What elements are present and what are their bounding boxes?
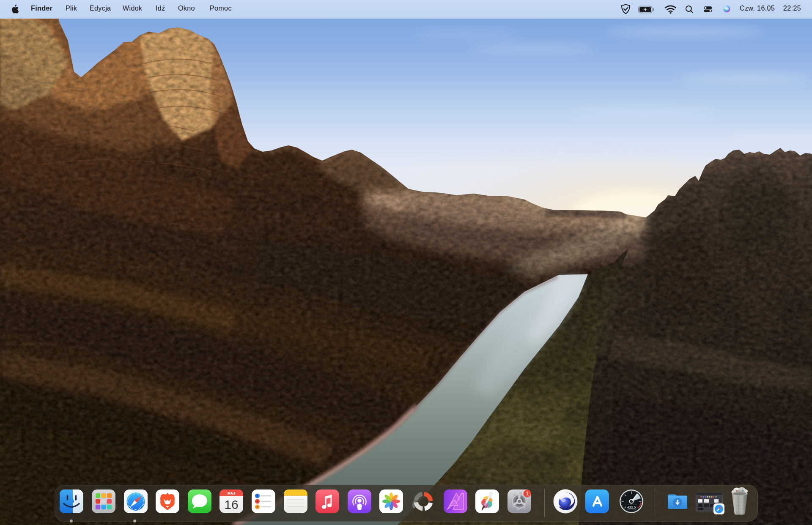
svg-text:432.5: 432.5: [627, 506, 636, 509]
svg-text:16: 16: [224, 498, 238, 511]
svg-text:1: 1: [526, 491, 529, 497]
svg-text:MAJ: MAJ: [228, 491, 235, 495]
